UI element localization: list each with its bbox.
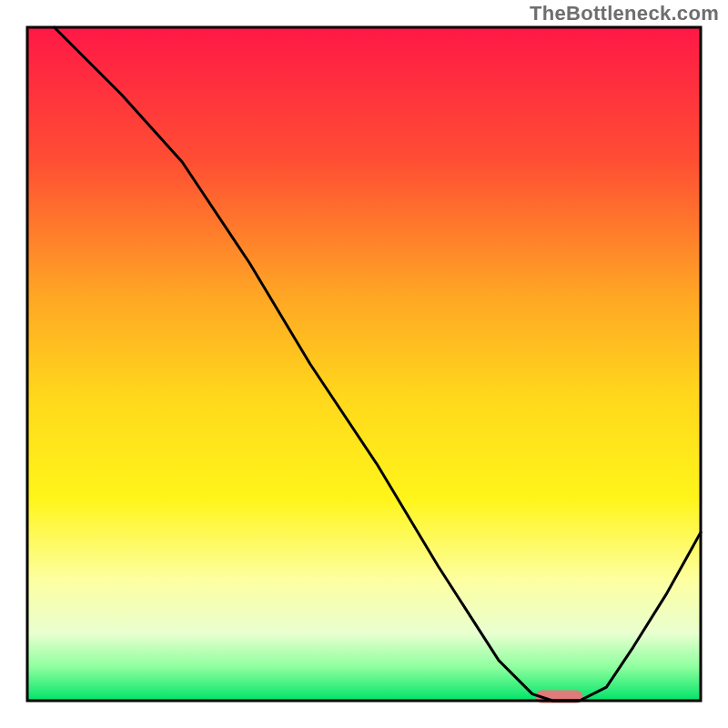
chart-stage: TheBottleneck.com bbox=[0, 0, 728, 728]
gradient-background bbox=[27, 27, 701, 701]
watermark-text: TheBottleneck.com bbox=[530, 2, 719, 25]
bottleneck-chart bbox=[0, 0, 728, 728]
